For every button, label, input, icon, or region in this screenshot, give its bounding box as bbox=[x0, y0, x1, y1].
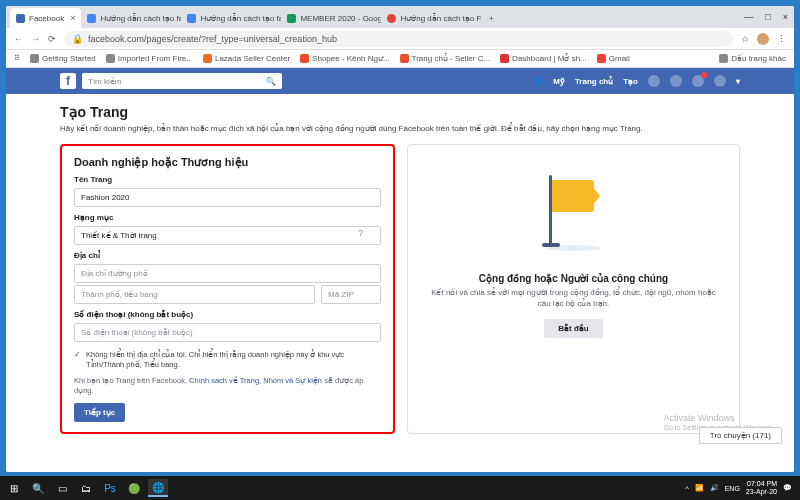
language-indicator[interactable]: ENG bbox=[725, 485, 740, 492]
app-icon[interactable]: 🟢 bbox=[124, 479, 144, 497]
notifications-icon[interactable] bbox=[692, 75, 704, 87]
bookmark-icon bbox=[106, 54, 115, 63]
new-tab-button[interactable]: + bbox=[481, 8, 501, 28]
tray-chevron-icon[interactable]: ^ bbox=[685, 485, 688, 492]
bookmark-icon bbox=[203, 54, 212, 63]
chevron-down-icon[interactable]: ▾ bbox=[736, 77, 740, 86]
zip-input[interactable] bbox=[321, 285, 381, 304]
network-icon[interactable]: 📶 bbox=[695, 484, 704, 492]
task-view-icon[interactable]: ▭ bbox=[52, 479, 72, 497]
favicon-icon bbox=[387, 14, 396, 23]
minimize-icon[interactable]: — bbox=[744, 12, 753, 22]
search-icon[interactable]: 🔍 bbox=[28, 479, 48, 497]
nav-create[interactable]: Tạo bbox=[623, 77, 638, 86]
bookmark-icon bbox=[500, 54, 509, 63]
chat-widget[interactable]: Trò chuyện (171) bbox=[699, 427, 782, 444]
category-label: Hạng mục bbox=[74, 213, 381, 222]
close-icon[interactable]: × bbox=[70, 13, 75, 23]
apps-icon[interactable]: ⠿ bbox=[14, 54, 20, 63]
maximize-icon[interactable]: □ bbox=[765, 12, 770, 22]
content-area: Tạo Trang Hãy kết nối doanh nghiệp, bản … bbox=[6, 94, 794, 472]
browser-tab[interactable]: Hướng dẫn cách tạo fanpage × bbox=[181, 8, 281, 28]
browser-window: Facebook × Hướng dẫn cách tạo fanpage × … bbox=[6, 6, 794, 472]
browser-tab[interactable]: MEMBER 2020 - Google Trang × bbox=[281, 8, 381, 28]
search-icon: 🔍 bbox=[266, 77, 276, 86]
phone-input[interactable] bbox=[74, 323, 381, 342]
volume-icon[interactable]: 🔊 bbox=[710, 484, 719, 492]
tab-strip: Facebook × Hướng dẫn cách tạo fanpage × … bbox=[6, 6, 794, 28]
bookmark-item[interactable]: Lazada Seller Center bbox=[203, 54, 290, 63]
forward-icon[interactable]: → bbox=[31, 34, 40, 44]
browser-tab[interactable]: Facebook × bbox=[10, 8, 81, 28]
city-input[interactable] bbox=[74, 285, 315, 304]
profile-avatar[interactable] bbox=[757, 33, 769, 45]
bookmark-overflow[interactable]: Dấu trang khác bbox=[719, 54, 786, 63]
continue-button[interactable]: Tiếp tục bbox=[74, 403, 125, 422]
nav-user[interactable]: Mỹ bbox=[553, 77, 565, 86]
category-input[interactable] bbox=[74, 226, 381, 245]
page-title: Tạo Trang bbox=[60, 104, 740, 120]
bookmark-icon bbox=[400, 54, 409, 63]
street-input[interactable] bbox=[74, 264, 381, 283]
file-explorer-icon[interactable]: 🗂 bbox=[76, 479, 96, 497]
back-icon[interactable]: ← bbox=[14, 34, 23, 44]
url-input[interactable]: 🔒 facebook.com/pages/create/?ref_type=un… bbox=[64, 31, 733, 47]
page-name-input[interactable] bbox=[74, 188, 381, 207]
bookmark-item[interactable]: Dashboard | Mở sh... bbox=[500, 54, 587, 63]
tab-label: Hướng dẫn cách tạo Fanpage bbox=[400, 14, 481, 23]
policy-link[interactable]: Chính sách về Trang, Nhóm và Sự kiện bbox=[189, 376, 322, 385]
community-card: Cộng đồng hoặc Người của công chúng Kết … bbox=[407, 144, 740, 434]
tab-label: Hướng dẫn cách tạo fanpage bbox=[200, 14, 281, 23]
lock-icon: 🔒 bbox=[72, 34, 83, 44]
bookmark-item[interactable]: Imported From Fire... bbox=[106, 54, 193, 63]
url-bar: ← → ⟳ 🔒 facebook.com/pages/create/?ref_t… bbox=[6, 28, 794, 50]
bookmark-item[interactable]: Gmail bbox=[597, 54, 630, 63]
folder-icon bbox=[719, 54, 728, 63]
tab-label: Hướng dẫn cách tạo fanpage bbox=[100, 14, 181, 23]
phone-label: Số điện thoại (không bắt buộc) bbox=[74, 310, 381, 319]
browser-tab[interactable]: Hướng dẫn cách tạo fanpage × bbox=[81, 8, 181, 28]
business-card: Doanh nghiệp hoặc Thương hiệu Tên Trang … bbox=[60, 144, 395, 434]
bookmark-item[interactable]: Getting Started bbox=[30, 54, 96, 63]
search-input[interactable]: Tìm kiếm 🔍 bbox=[82, 73, 282, 89]
reload-icon[interactable]: ⟳ bbox=[48, 34, 56, 44]
card-title: Cộng đồng hoặc Người của công chúng bbox=[420, 273, 727, 284]
system-tray: ^ 📶 🔊 ENG 07:04 PM 23-Apr-20 💬 bbox=[685, 480, 796, 495]
star-icon[interactable]: ☆ bbox=[741, 34, 749, 44]
notifications-icon[interactable]: 💬 bbox=[783, 484, 792, 492]
help-icon[interactable] bbox=[714, 75, 726, 87]
help-icon[interactable]: ? bbox=[358, 228, 363, 238]
user-avatar[interactable]: 👤 bbox=[533, 77, 543, 86]
favicon-icon bbox=[187, 14, 196, 23]
messages-icon[interactable] bbox=[670, 75, 682, 87]
favicon-icon bbox=[87, 14, 96, 23]
chrome-icon[interactable]: 🌐 bbox=[148, 479, 168, 497]
bookmark-item[interactable]: Trang chủ - Seller C... bbox=[400, 54, 491, 63]
address-label: Địa chỉ bbox=[74, 251, 381, 260]
bookmark-icon bbox=[597, 54, 606, 63]
start-button[interactable]: ⊞ bbox=[4, 479, 24, 497]
search-placeholder: Tìm kiếm bbox=[88, 77, 121, 86]
url-text: facebook.com/pages/create/?ref_type=univ… bbox=[88, 34, 337, 44]
checkbox[interactable]: ✓ bbox=[74, 350, 81, 370]
photoshop-icon[interactable]: Ps bbox=[100, 479, 120, 497]
card-subtitle: Kết nối và chia sẻ với mọi người trong c… bbox=[420, 288, 727, 309]
menu-icon[interactable]: ⋮ bbox=[777, 34, 786, 44]
facebook-header: f Tìm kiếm 🔍 👤 Mỹ Trang chủ Tạo ▾ bbox=[6, 68, 794, 94]
flag-illustration bbox=[420, 155, 727, 265]
card-title: Doanh nghiệp hoặc Thương hiệu bbox=[74, 156, 381, 169]
close-icon[interactable]: × bbox=[783, 12, 788, 22]
friends-icon[interactable] bbox=[648, 75, 660, 87]
bookmark-icon bbox=[30, 54, 39, 63]
bookmark-icon bbox=[300, 54, 309, 63]
favicon-icon bbox=[287, 14, 296, 23]
browser-tab[interactable]: Hướng dẫn cách tạo Fanpage × bbox=[381, 8, 481, 28]
start-button[interactable]: Bắt đầu bbox=[544, 319, 602, 338]
bookmark-item[interactable]: Shopee - Kênh Ngư... bbox=[300, 54, 390, 63]
nav-home[interactable]: Trang chủ bbox=[575, 77, 613, 86]
favicon-icon bbox=[16, 14, 25, 23]
page-subtitle: Hãy kết nối doanh nghiệp, bản thân hoặc … bbox=[60, 124, 740, 134]
clock[interactable]: 07:04 PM 23-Apr-20 bbox=[746, 480, 777, 495]
facebook-logo[interactable]: f bbox=[60, 73, 76, 89]
tab-label: Facebook bbox=[29, 14, 64, 23]
